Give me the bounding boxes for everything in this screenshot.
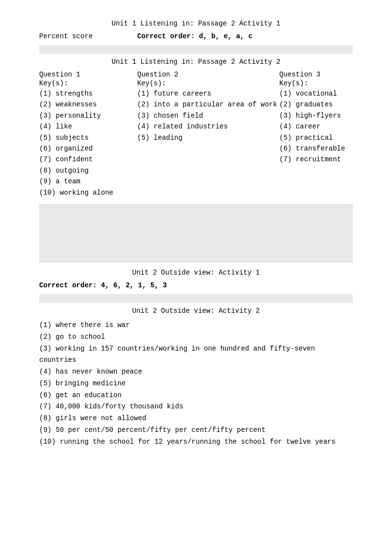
q1-keys-label: Key(s): bbox=[39, 79, 137, 87]
q1-item-5: (5) subjects bbox=[39, 132, 137, 143]
q2-keys-label: Key(s): bbox=[137, 79, 279, 87]
s4-item-8: (8) girls were not allowed bbox=[39, 413, 353, 425]
correct-order-3: Correct order: 4, 6, 2, 1, 5, 3 bbox=[39, 281, 353, 289]
q2-header: Question 2 bbox=[137, 71, 279, 78]
q1-item-9: (9) a team bbox=[39, 176, 137, 187]
q3-item-2: (2) graduates bbox=[279, 99, 353, 110]
section-2: Unit 1 Listening in: Passage 2 Activity … bbox=[39, 58, 353, 263]
gray-divider-1 bbox=[39, 45, 353, 54]
questions-grid: Question 1 Key(s): (1) strengths (2) wea… bbox=[39, 71, 353, 198]
q3-item-7: (7) recruitment bbox=[279, 154, 353, 165]
q3-item-5: (5) practical bbox=[279, 132, 353, 143]
q1-item-8: (8) outgoing bbox=[39, 165, 137, 176]
s4-item-7: (7) 40,000 kids/forty thousand kids bbox=[39, 401, 353, 413]
s4-item-6: (6) get an education bbox=[39, 390, 353, 402]
section4-list: (1) where there is war (2) go to school … bbox=[39, 320, 353, 448]
q1-item-6: (6) organized bbox=[39, 143, 137, 154]
section-4: Unit 2 Outside view: Activity 2 (1) wher… bbox=[39, 307, 353, 448]
q2-item-3: (3) chosen field bbox=[137, 110, 279, 121]
s4-item-2: (2) go to school bbox=[39, 331, 353, 343]
s4-item-9: (9) 50 per cent/50 percent/fifty per cen… bbox=[39, 425, 353, 436]
q2-item-1: (1) future careers bbox=[137, 88, 279, 99]
q1-item-10: (10) working alone bbox=[39, 187, 137, 198]
percent-label: Percent score bbox=[39, 32, 137, 40]
q3-item-1: (1) vocational bbox=[279, 88, 353, 99]
q2-item-2: (2) into a particular area of work bbox=[137, 99, 279, 110]
q3-item-6: (6) transferable bbox=[279, 143, 353, 154]
section4-title: Unit 2 Outside view: Activity 2 bbox=[39, 307, 353, 315]
question-col-2: Question 2 Key(s): (1) future careers (2… bbox=[137, 71, 279, 198]
section-3: Unit 2 Outside view: Activity 1 Correct … bbox=[39, 269, 353, 303]
q1-item-4: (4) like bbox=[39, 121, 137, 132]
percent-score-line: Percent score Correct order: d, b, e, a,… bbox=[39, 32, 353, 40]
section2-title: Unit 1 Listening in: Passage 2 Activity … bbox=[39, 58, 353, 66]
q1-item-2: (2) weaknesses bbox=[39, 99, 137, 110]
q2-item-4: (4) related industries bbox=[137, 121, 279, 132]
question-col-3: Question 3 Key(s): (1) vocational (2) gr… bbox=[279, 71, 353, 198]
s4-item-4: (4) has never known peace bbox=[39, 366, 353, 378]
gray-divider-3 bbox=[39, 294, 353, 303]
q3-keys-label: Key(s): bbox=[279, 79, 353, 87]
q3-item-3: (3) high-flyers bbox=[279, 110, 353, 121]
section3-title: Unit 2 Outside view: Activity 1 bbox=[39, 269, 353, 277]
q3-header: Question 3 bbox=[279, 71, 353, 78]
section-1: Unit 1 Listening in: Passage 2 Activity … bbox=[39, 20, 353, 54]
s4-item-10: (10) running the school for 12 years/run… bbox=[39, 436, 353, 448]
q1-item-1: (1) strengths bbox=[39, 88, 137, 99]
page-content: Unit 1 Listening in: Passage 2 Activity … bbox=[0, 20, 392, 448]
s4-item-1: (1) where there is war bbox=[39, 320, 353, 331]
q1-item-3: (3) personality bbox=[39, 110, 137, 121]
s4-item-3: (3) working in 157 countries/working in … bbox=[39, 343, 353, 367]
section1-title: Unit 1 Listening in: Passage 2 Activity … bbox=[39, 20, 353, 27]
q1-item-7: (7) confident bbox=[39, 154, 137, 165]
correct-order-1: Correct order: d, b, e, a, c bbox=[137, 32, 252, 40]
gray-block-large bbox=[39, 204, 353, 263]
q2-item-5: (5) leading bbox=[137, 132, 279, 143]
q3-item-4: (4) career bbox=[279, 121, 353, 132]
question-col-1: Question 1 Key(s): (1) strengths (2) wea… bbox=[39, 71, 137, 198]
q1-header: Question 1 bbox=[39, 71, 137, 78]
s4-item-5: (5) bringing medicine bbox=[39, 378, 353, 390]
